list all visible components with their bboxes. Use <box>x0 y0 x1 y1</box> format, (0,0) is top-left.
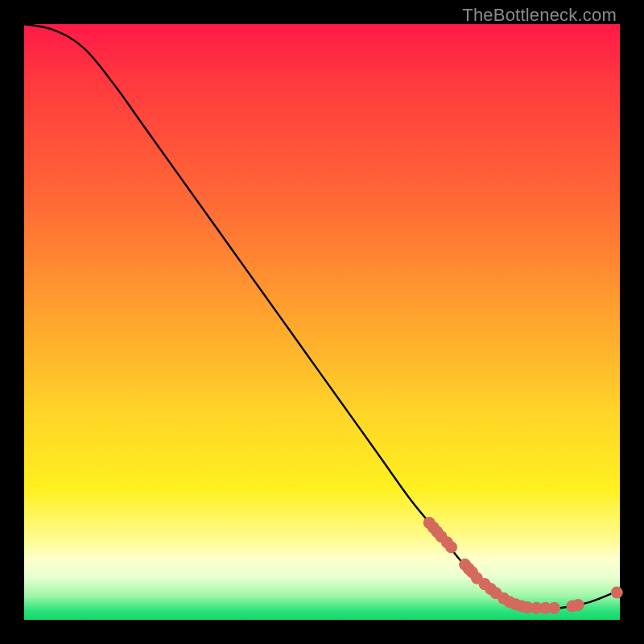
data-marker <box>548 602 560 614</box>
watermark-text: TheBottleneck.com <box>462 5 617 26</box>
chart-svg <box>24 24 620 620</box>
bottleneck-curve <box>24 24 620 609</box>
data-marker <box>611 586 623 598</box>
data-marker <box>445 541 457 553</box>
data-marker <box>572 599 584 611</box>
data-markers <box>423 517 623 614</box>
plot-area <box>24 24 620 620</box>
chart-stage: TheBottleneck.com <box>0 0 644 644</box>
